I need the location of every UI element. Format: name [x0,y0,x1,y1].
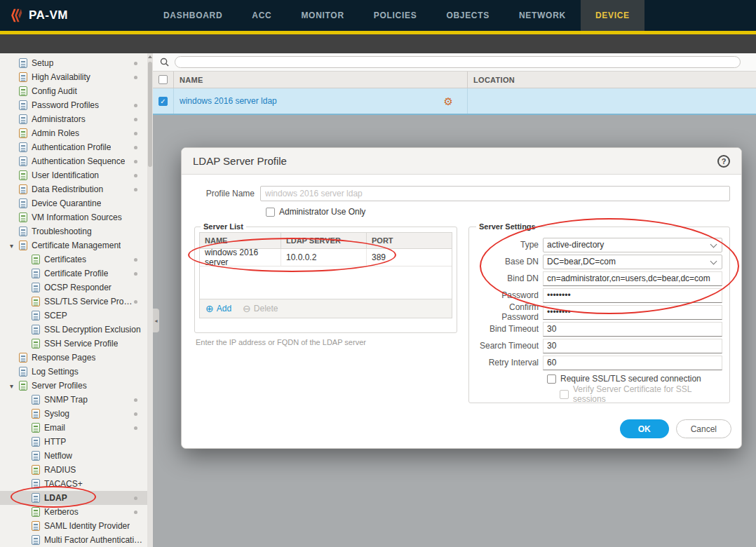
settings-checkbox-row[interactable]: Verify Server Certificate for SSL sessio… [560,386,724,402]
nav-tab[interactable]: ACC [237,0,286,31]
admin-only-checkbox[interactable] [266,208,275,217]
nav-tab[interactable]: DASHBOARD [149,0,237,31]
nav-tab[interactable]: NETWORK [504,0,581,31]
sidebar-item[interactable]: ▾ SCEP [0,309,147,323]
sidebar-item[interactable]: ▾ Syslog [0,407,147,421]
sidebar-item[interactable]: ▾ HTTP [0,435,147,449]
sidebar-item[interactable]: ▾ Setup [0,56,147,70]
sidebar-item[interactable]: ▾ Admin Roles [0,126,147,140]
nav-tab[interactable]: MONITOR [286,0,358,31]
sidebar-item[interactable]: ▾ Certificate Management [0,238,147,252]
sidebar-item-label: User Identification [32,170,99,180]
troubleshooting-icon [19,227,27,236]
settings-field-input[interactable]: active-directory [543,238,722,252]
server-list-row[interactable]: windows 2016 server 10.0.0.2 389 [200,249,452,266]
sidebar-item[interactable]: ▾ Multi Factor Authentication [0,533,147,547]
sidebar-item[interactable]: ▾ Log Settings [0,365,147,379]
col-ldap-server[interactable]: LDAP SERVER [281,233,367,248]
nav-tab[interactable]: POLICIES [359,0,432,31]
row-settings-gear-icon[interactable]: ⚙ [444,96,453,107]
sidebar-item[interactable]: ▾ Authentication Profile [0,140,147,154]
sidebar-item[interactable]: ▾ Response Pages [0,351,147,365]
server-name-cell[interactable]: windows 2016 server [200,249,281,266]
scroll-up-arrow-icon[interactable] [148,55,152,58]
cancel-button[interactable]: Cancel [676,419,731,438]
sidebar-item[interactable]: ▾ Certificate Profile [0,266,147,281]
settings-field-input[interactable]: 30 [543,322,722,337]
sidebar-item-label: SSL Decryption Exclusion [44,325,141,335]
settings-field-input[interactable]: DC=bear,DC=com [543,255,722,269]
delete-server-button[interactable]: ⊖ Delete [243,304,278,313]
table-row[interactable]: ✓ windows 2016 server ldap ⚙ [153,88,756,115]
server-address-cell[interactable]: 10.0.0.2 [281,249,367,266]
sidebar-item[interactable]: ▾ Device Quarantine [0,196,147,210]
sidebar-item-label: Device Quarantine [32,198,101,208]
nav-tab[interactable]: DEVICE [581,0,644,31]
profile-name-input[interactable] [260,186,730,201]
sidebar-item[interactable]: ▾ SSL/TLS Service Profile [0,295,147,309]
column-header-name[interactable]: NAME [174,72,468,88]
settings-field-input[interactable]: •••••••• [543,305,722,320]
row-checkbox[interactable]: ✓ [158,97,168,106]
sidebar-item[interactable]: ▾ Server Profiles [0,379,147,393]
shared-dot-icon [134,118,137,121]
sidebar-item[interactable]: ▾ Data Redistribution [0,182,147,196]
sidebar-item[interactable]: ▾ SAML Identity Provider [0,519,147,533]
settings-field-input[interactable]: 30 [543,339,722,353]
sidebar-item[interactable]: ▾ SSH Service Profile [0,337,147,351]
nav-tab[interactable]: OBJECTS [431,0,504,31]
shared-dot-icon [134,272,137,276]
search-input[interactable] [175,56,741,68]
sidebar-item[interactable]: ▾ Troubleshooting [0,224,147,238]
profile-name-link[interactable]: windows 2016 server ldap [180,96,277,106]
checkbox-icon[interactable] [560,390,569,399]
sidebar-item-label: SSH Service Profile [44,339,118,349]
sidebar-item-label: Response Pages [32,353,95,363]
scrollbar-thumb[interactable] [148,62,152,167]
sidebar-item[interactable]: ▾ Password Profiles [0,98,147,112]
sidebar-item[interactable]: ▾ User Identification [0,168,147,182]
row-location-cell [468,88,756,114]
sidebar-collapse-handle[interactable]: ◂ [153,309,159,332]
sidebar-item[interactable]: ▾ Certificates [0,252,147,266]
sidebar-item[interactable]: ▾ LDAP [0,491,147,505]
col-port[interactable]: PORT [367,233,452,248]
checkbox-icon[interactable] [547,374,556,384]
ldap-server-profile-dialog: LDAP Server Profile ? Profile Name Admin… [181,147,742,449]
certificates-icon [32,255,40,264]
sidebar-item[interactable]: ▾ High Availability [0,70,147,84]
settings-field-label: Bind Timeout [475,324,543,334]
sidebar-item-label: Admin Roles [32,128,79,138]
dialog-footer: OK Cancel [620,419,731,438]
server-list-empty-space [200,266,452,299]
col-name[interactable]: NAME [200,233,281,248]
sidebar-item[interactable]: ▾ Kerberos [0,505,147,519]
add-server-button[interactable]: ⊕ Add [205,304,231,313]
sidebar-item-label: Certificate Profile [44,269,108,278]
sidebar-item[interactable]: ▾ SSL Decryption Exclusion [0,323,147,337]
sidebar-item[interactable]: ▾ Netflow [0,449,147,463]
settings-field-input[interactable]: 60 [543,356,722,370]
column-header-location[interactable]: LOCATION [468,72,756,88]
sidebar-item[interactable]: ▾ RADIUS [0,463,147,477]
help-icon[interactable]: ? [717,155,730,168]
sidebar-item[interactable]: ▾ OCSP Responder [0,281,147,295]
ok-button[interactable]: OK [620,419,669,438]
ocsp-responder-icon [32,283,40,292]
sidebar-item[interactable]: ▾ Authentication Sequence [0,154,147,168]
settings-field-input[interactable]: cn=administrator,cn=users,dc=bear,dc=com [543,271,722,286]
settings-field-input[interactable]: •••••••• [543,288,722,303]
sidebar-item-label: Setup [32,58,53,68]
sidebar-item[interactable]: ▾ Config Audit [0,84,147,98]
accent-bar [0,31,756,34]
chevron-down-icon[interactable]: ▾ [10,242,19,250]
server-port-cell[interactable]: 389 [367,249,452,266]
sidebar-item[interactable]: ▾ SNMP Trap [0,393,147,407]
sidebar-item[interactable]: ▾ VM Information Sources [0,210,147,224]
chevron-down-icon[interactable]: ▾ [10,382,19,390]
sidebar-scrollbar[interactable] [147,53,153,547]
sidebar-item[interactable]: ▾ Administrators [0,112,147,126]
sidebar-item[interactable]: ▾ TACACS+ [0,477,147,491]
select-all-checkbox[interactable] [158,75,168,84]
sidebar-item[interactable]: ▾ Email [0,421,147,435]
